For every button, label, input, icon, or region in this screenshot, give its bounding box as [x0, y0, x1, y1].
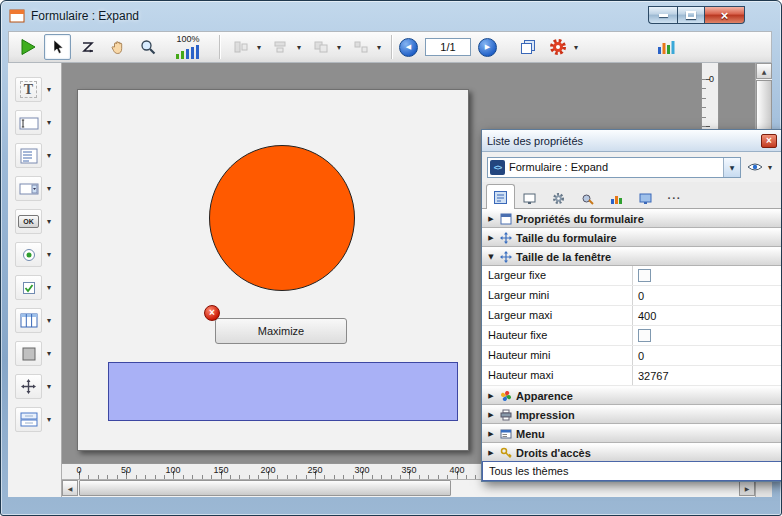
section-label: Taille du formulaire — [516, 232, 617, 244]
property-value: 0 — [638, 350, 644, 362]
button-control-tool[interactable]: OK — [15, 209, 42, 234]
property-row: Largeur mini 0 — [482, 286, 782, 306]
maximize-window-button[interactable] — [677, 6, 705, 24]
property-row: Hauteur mini 0 — [482, 346, 782, 366]
tab-style[interactable] — [573, 187, 602, 208]
panel-close-button[interactable] — [761, 134, 777, 148]
checkbox-unchecked[interactable] — [638, 329, 651, 342]
combo-control-tool[interactable] — [15, 176, 42, 201]
tab-general[interactable] — [486, 184, 515, 209]
order-tool-button[interactable] — [307, 34, 334, 60]
radio-control-tool[interactable] — [15, 242, 42, 267]
property-value-cell[interactable]: 0 — [632, 286, 782, 305]
close-button[interactable] — [705, 6, 745, 24]
form-surface[interactable]: Maximize — [77, 89, 469, 451]
panel-control-tool[interactable] — [15, 341, 42, 366]
properties-panel-titlebar[interactable]: Liste des propriétés — [482, 130, 782, 152]
tab-more[interactable]: ··· — [660, 187, 689, 208]
property-value-cell[interactable]: 0 — [632, 346, 782, 365]
property-label: Largeur maxi — [482, 306, 632, 325]
edit-control-tool[interactable] — [15, 110, 42, 135]
chevron-down-icon[interactable] — [374, 43, 384, 52]
zoom-level-control[interactable]: 100% — [164, 33, 212, 61]
scroll-left-button[interactable] — [62, 480, 78, 496]
order-icon — [313, 40, 329, 54]
horizontal-scroll-thumb[interactable] — [79, 480, 451, 496]
object-selector[interactable]: <> Formulaire : Expand — [487, 157, 741, 178]
chevron-down-icon[interactable] — [44, 316, 54, 325]
chevron-down-icon[interactable] — [44, 250, 54, 259]
chevron-down-icon[interactable] — [294, 43, 304, 52]
tab-gui[interactable] — [515, 187, 544, 208]
section-appearance[interactable]: Apparence — [482, 386, 782, 405]
section-access-rights[interactable]: Droits d'accès — [482, 443, 782, 462]
chevron-down-icon[interactable] — [44, 217, 54, 226]
chevron-down-icon[interactable] — [723, 158, 740, 177]
table-control-tool[interactable] — [15, 308, 42, 333]
distribute-tool-button[interactable] — [267, 34, 294, 60]
panel-status-bar: Tous les thèmes — [482, 461, 782, 481]
chevron-down-icon[interactable] — [254, 43, 264, 52]
tab-details[interactable] — [544, 187, 573, 208]
property-row: Hauteur maxi 32767 — [482, 366, 782, 386]
radio-control-icon — [22, 248, 36, 262]
checkbox-unchecked[interactable] — [638, 269, 651, 282]
section-window-size[interactable]: Taille de la fenêtre — [482, 247, 782, 266]
chevron-down-icon[interactable] — [44, 184, 54, 193]
section-form-size[interactable]: Taille du formulaire — [482, 228, 782, 247]
chevron-down-icon — [486, 253, 496, 261]
splitter-control-tool[interactable] — [15, 374, 42, 399]
previous-page-button[interactable] — [399, 38, 418, 57]
tab-advanced[interactable] — [631, 187, 660, 208]
rectangle-shape[interactable] — [108, 362, 458, 421]
section-menu[interactable]: Menu — [482, 424, 782, 443]
view-options-button[interactable] — [745, 162, 777, 172]
stacked-windows-icon — [520, 39, 536, 55]
property-value-cell[interactable] — [632, 326, 782, 345]
stacked-windows-button[interactable] — [514, 34, 541, 60]
chevron-down-icon[interactable] — [44, 151, 54, 160]
ellipse-shape[interactable] — [209, 145, 355, 291]
looper-control-tool[interactable] — [15, 407, 42, 432]
text-control-tool[interactable]: T — [15, 77, 42, 102]
chevron-down-icon[interactable] — [44, 283, 54, 292]
scroll-right-button[interactable] — [739, 480, 755, 496]
chevron-down-icon[interactable] — [44, 349, 54, 358]
settings-button[interactable] — [544, 34, 571, 60]
error-badge-icon[interactable] — [204, 305, 220, 321]
select-tool-button[interactable] — [44, 34, 71, 60]
scroll-up-button[interactable] — [756, 63, 772, 79]
group-icon — [353, 40, 369, 54]
maximize-design-button[interactable]: Maximize — [215, 318, 347, 344]
chevron-down-icon[interactable] — [44, 85, 54, 94]
pan-tool-button[interactable] — [104, 34, 131, 60]
tab-order-tool-button[interactable] — [74, 34, 101, 60]
panel-control-icon — [22, 347, 36, 361]
next-page-button[interactable] — [478, 38, 497, 57]
list-control-tool[interactable] — [15, 143, 42, 168]
button-control-icon: OK — [18, 215, 39, 228]
window-title: Formulaire : Expand — [31, 9, 139, 23]
horizontal-scrollbar[interactable] — [62, 480, 755, 497]
group-tool-button[interactable] — [347, 34, 374, 60]
property-value-cell[interactable] — [632, 266, 782, 285]
chevron-down-icon[interactable] — [44, 382, 54, 391]
splitter-control-icon — [21, 379, 36, 394]
chevron-down-icon[interactable] — [765, 163, 775, 172]
section-printing[interactable]: Impression — [482, 405, 782, 424]
property-value-cell[interactable]: 32767 — [632, 366, 782, 385]
align-tool-button[interactable] — [227, 34, 254, 60]
chevron-right-icon — [486, 234, 496, 242]
checkbox-control-tool[interactable] — [15, 275, 42, 300]
chevron-down-icon[interactable] — [44, 118, 54, 127]
chevron-down-icon[interactable] — [571, 43, 581, 52]
zoom-tool-button[interactable] — [134, 34, 161, 60]
minimize-button[interactable] — [648, 6, 677, 24]
section-form-properties[interactable]: Propriétés du formulaire — [482, 209, 782, 228]
statistics-button[interactable] — [652, 34, 679, 60]
tab-content[interactable] — [602, 187, 631, 208]
chevron-down-icon[interactable] — [44, 415, 54, 424]
chevron-down-icon[interactable] — [334, 43, 344, 52]
run-test-button[interactable] — [14, 34, 41, 60]
property-value-cell[interactable]: 400 — [632, 306, 782, 325]
